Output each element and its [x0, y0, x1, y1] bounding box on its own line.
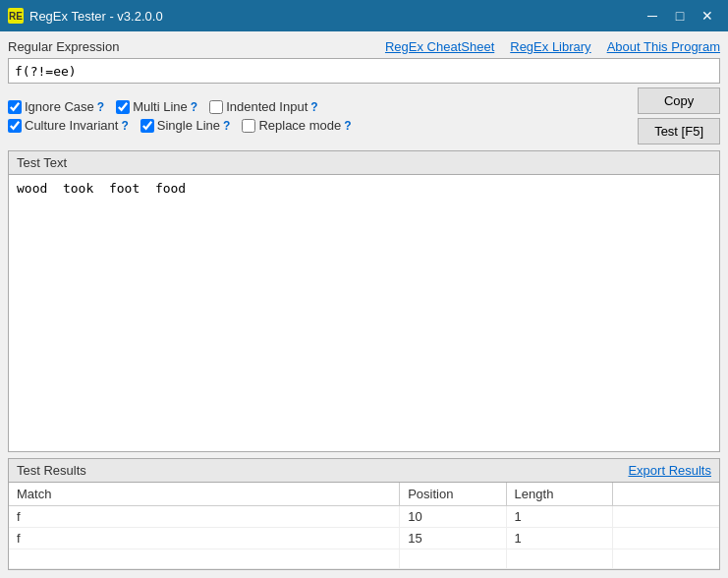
result-match-1: f	[9, 528, 400, 549]
result-match-0: f	[9, 506, 400, 528]
test-text-panel: Test Text wood took foot food	[8, 150, 720, 452]
col-header-match: Match	[9, 483, 400, 506]
nav-bar: Regular Expression RegEx CheatSheet RegE…	[8, 39, 720, 54]
multi-line-label[interactable]: Multi Line	[133, 99, 188, 114]
col-header-position: Position	[400, 483, 506, 506]
title-bar-left: RE RegEx Tester - v3.2.0.0	[8, 8, 163, 24]
regex-label: Regular Expression	[8, 39, 119, 54]
result-extra-1	[613, 528, 719, 549]
options-area: Ignore Case ? Multi Line ? Indented Inpu…	[8, 87, 720, 144]
test-text-header: Test Text	[9, 151, 719, 175]
indented-input-help-icon[interactable]: ?	[310, 100, 317, 114]
indented-input-label[interactable]: Indented Input	[226, 99, 308, 114]
results-panel: Test Results Export Results Match Positi…	[8, 458, 720, 570]
replace-mode-help-icon[interactable]: ?	[344, 119, 351, 133]
maximize-button[interactable]: □	[667, 5, 693, 27]
culture-invariant-help-icon[interactable]: ?	[121, 119, 128, 133]
results-header: Test Results Export Results	[9, 459, 719, 483]
table-row: f 15 1	[9, 528, 719, 549]
nav-links: RegEx CheatSheet RegEx Library About Thi…	[385, 39, 720, 54]
culture-invariant-label[interactable]: Culture Invariant	[25, 118, 118, 133]
minimize-button[interactable]: ─	[640, 5, 665, 27]
table-row-empty	[9, 549, 719, 569]
option-culture-invariant: Culture Invariant ?	[8, 118, 129, 133]
result-position-0: 10	[400, 506, 506, 528]
test-text-input[interactable]: wood took foot food	[9, 175, 719, 451]
result-length-1: 1	[506, 528, 612, 549]
btn-group: Copy Test [F5]	[638, 87, 720, 144]
col-header-length: Length	[506, 483, 612, 506]
single-line-label[interactable]: Single Line	[157, 118, 220, 133]
export-results-link[interactable]: Export Results	[628, 463, 711, 478]
results-table-head: Match Position Length	[9, 483, 719, 506]
ignore-case-help-icon[interactable]: ?	[97, 100, 104, 114]
test-button[interactable]: Test [F5]	[638, 118, 720, 144]
results-table-header-row: Match Position Length	[9, 483, 719, 506]
indented-input-checkbox[interactable]	[209, 100, 223, 114]
multi-line-checkbox[interactable]	[116, 100, 130, 114]
results-table: Match Position Length f 10 1 f 15 1	[9, 483, 719, 569]
options-row2: Culture Invariant ? Single Line ? Replac…	[8, 118, 630, 133]
top-section: Regular Expression RegEx CheatSheet RegE…	[8, 39, 720, 144]
replace-mode-label[interactable]: Replace mode	[258, 118, 341, 133]
result-length-0: 1	[506, 506, 612, 528]
about-link[interactable]: About This Program	[607, 39, 720, 54]
option-replace-mode: Replace mode ?	[242, 118, 351, 133]
app-title: RegEx Tester - v3.2.0.0	[29, 9, 163, 24]
single-line-help-icon[interactable]: ?	[223, 119, 230, 133]
cheatsheet-link[interactable]: RegEx CheatSheet	[385, 39, 494, 54]
close-button[interactable]: ✕	[695, 5, 720, 27]
results-table-body: f 10 1 f 15 1	[9, 506, 719, 569]
option-single-line: Single Line ?	[140, 118, 231, 133]
main-content: Regular Expression RegEx CheatSheet RegE…	[0, 31, 728, 578]
title-bar: RE RegEx Tester - v3.2.0.0 ─ □ ✕	[0, 0, 728, 31]
options-row1: Ignore Case ? Multi Line ? Indented Inpu…	[8, 99, 630, 114]
ignore-case-checkbox[interactable]	[8, 100, 22, 114]
culture-invariant-checkbox[interactable]	[8, 119, 22, 133]
single-line-checkbox[interactable]	[140, 119, 154, 133]
option-ignore-case: Ignore Case ?	[8, 99, 104, 114]
regex-input[interactable]	[8, 58, 720, 84]
result-extra-0	[613, 506, 719, 528]
ignore-case-label[interactable]: Ignore Case	[25, 99, 94, 114]
options-rows: Ignore Case ? Multi Line ? Indented Inpu…	[8, 99, 630, 133]
copy-button[interactable]: Copy	[638, 87, 720, 114]
result-position-1: 15	[400, 528, 506, 549]
multi-line-help-icon[interactable]: ?	[191, 100, 197, 114]
app-icon: RE	[8, 8, 24, 24]
col-header-extra	[613, 483, 719, 506]
replace-mode-checkbox[interactable]	[242, 119, 255, 133]
table-row: f 10 1	[9, 506, 719, 528]
library-link[interactable]: RegEx Library	[510, 39, 590, 54]
option-indented-input: Indented Input ?	[209, 99, 317, 114]
option-multi-line: Multi Line ?	[116, 99, 197, 114]
title-controls: ─ □ ✕	[640, 5, 720, 27]
results-header-label: Test Results	[17, 463, 86, 478]
